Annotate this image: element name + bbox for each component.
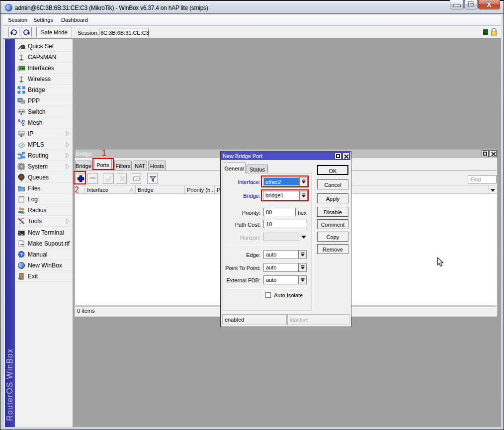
svg-text:255: 255	[19, 132, 24, 135]
svg-text:?: ?	[20, 252, 23, 257]
